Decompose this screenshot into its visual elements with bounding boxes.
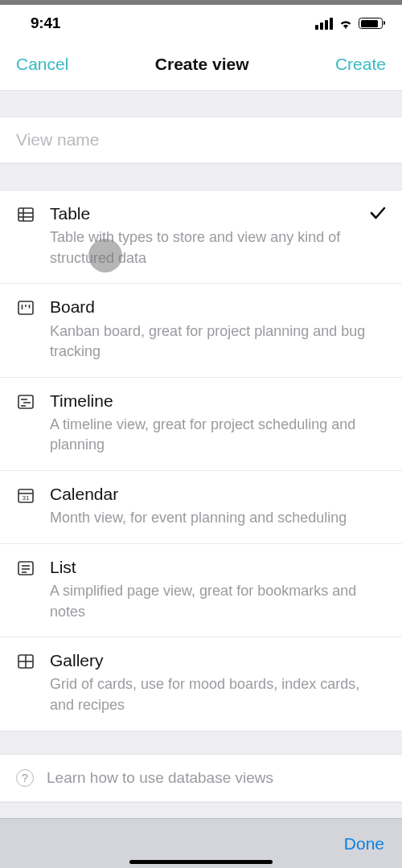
battery-icon xyxy=(359,18,383,29)
list-icon xyxy=(16,559,37,622)
cell-signal-icon xyxy=(315,18,333,30)
home-indicator xyxy=(129,860,273,864)
checkmark-icon xyxy=(368,203,388,226)
section-gap xyxy=(0,90,402,117)
status-bar: 9:41 xyxy=(0,5,402,39)
nav-bar: Cancel Create view Create xyxy=(0,39,402,90)
view-type-list: Table Table with types to store and view… xyxy=(0,190,402,731)
learn-link[interactable]: ? Learn how to use database views xyxy=(0,755,402,802)
option-gallery[interactable]: Gallery Grid of cards, use for mood boar… xyxy=(0,637,402,730)
option-title: Gallery xyxy=(50,650,386,671)
option-desc: A simplified page view, great for bookma… xyxy=(50,581,379,622)
option-title: Timeline xyxy=(50,391,386,411)
option-title: Board xyxy=(50,297,386,317)
option-calendar[interactable]: 31 Calendar Month view, for event planni… xyxy=(0,471,402,544)
option-desc: Table with types to store and view any k… xyxy=(50,227,379,268)
status-time: 9:41 xyxy=(31,14,60,32)
status-indicators xyxy=(315,18,383,30)
section-gap xyxy=(0,731,402,755)
option-desc: A timeline view, great for project sched… xyxy=(50,415,379,456)
help-icon: ? xyxy=(16,769,34,787)
calendar-icon: 31 xyxy=(16,485,37,529)
option-desc: Month view, for event planning and sched… xyxy=(50,508,379,529)
gallery-icon xyxy=(16,652,37,715)
option-desc: Kanban board, great for project planning… xyxy=(50,321,379,362)
timeline-icon xyxy=(16,392,37,456)
page-title: Create view xyxy=(155,55,249,74)
svg-text:31: 31 xyxy=(23,494,30,502)
option-title: Table xyxy=(50,203,386,224)
svg-rect-4 xyxy=(18,301,33,314)
option-table[interactable]: Table Table with types to store and view… xyxy=(0,190,402,284)
option-list[interactable]: List A simplified page view, great for b… xyxy=(0,544,402,637)
option-timeline[interactable]: Timeline A timeline view, great for proj… xyxy=(0,378,402,471)
learn-label: Learn how to use database views xyxy=(47,769,273,787)
keyboard-accessory: Done xyxy=(0,818,402,868)
option-desc: Grid of cards, use for mood boards, inde… xyxy=(50,674,379,715)
table-icon xyxy=(16,205,37,268)
view-name-input[interactable] xyxy=(16,130,386,149)
section-gap xyxy=(0,163,402,190)
option-title: List xyxy=(50,557,386,578)
board-icon xyxy=(16,298,37,362)
wifi-icon xyxy=(338,18,354,30)
view-name-row[interactable] xyxy=(0,117,402,163)
option-title: Calendar xyxy=(50,484,386,505)
create-button[interactable]: Create xyxy=(335,55,386,74)
svg-rect-0 xyxy=(18,208,33,221)
done-button[interactable]: Done xyxy=(344,834,384,854)
option-board[interactable]: Board Kanban board, great for project pl… xyxy=(0,284,402,377)
cancel-button[interactable]: Cancel xyxy=(16,55,68,74)
